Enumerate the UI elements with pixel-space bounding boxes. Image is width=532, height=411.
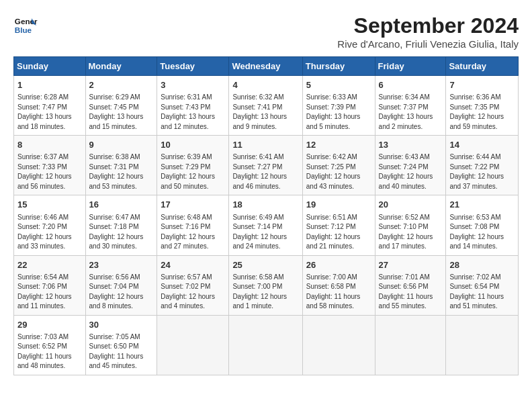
day-info: Sunrise: 7:01 AM Sunset: 6:56 PM Dayligh… bbox=[379, 273, 443, 312]
calendar-day-cell: 27Sunrise: 7:01 AM Sunset: 6:56 PM Dayli… bbox=[375, 255, 446, 315]
weekday-header-tuesday: Tuesday bbox=[157, 57, 229, 76]
day-info: Sunrise: 6:53 AM Sunset: 7:08 PM Dayligh… bbox=[449, 213, 515, 252]
day-number: 24 bbox=[161, 259, 225, 271]
day-info: Sunrise: 6:57 AM Sunset: 7:02 PM Dayligh… bbox=[161, 273, 225, 312]
calendar-day-cell: 6Sunrise: 6:34 AM Sunset: 7:37 PM Daylig… bbox=[375, 76, 446, 136]
day-number: 22 bbox=[17, 259, 82, 271]
calendar-day-cell bbox=[375, 315, 446, 375]
weekday-header-thursday: Thursday bbox=[302, 57, 375, 76]
calendar-day-cell: 30Sunrise: 7:05 AM Sunset: 6:50 PM Dayli… bbox=[85, 315, 157, 375]
calendar-week-row: 8Sunrise: 6:37 AM Sunset: 7:33 PM Daylig… bbox=[14, 136, 519, 195]
calendar-day-cell: 13Sunrise: 6:43 AM Sunset: 7:24 PM Dayli… bbox=[375, 136, 446, 195]
weekday-header-saturday: Saturday bbox=[446, 57, 519, 76]
day-number: 29 bbox=[17, 319, 82, 331]
day-info: Sunrise: 6:31 AM Sunset: 7:43 PM Dayligh… bbox=[161, 93, 225, 132]
day-info: Sunrise: 6:32 AM Sunset: 7:41 PM Dayligh… bbox=[232, 93, 298, 132]
day-info: Sunrise: 6:29 AM Sunset: 7:45 PM Dayligh… bbox=[89, 93, 154, 132]
day-number: 18 bbox=[232, 199, 298, 211]
day-number: 9 bbox=[89, 139, 154, 151]
day-info: Sunrise: 6:47 AM Sunset: 7:18 PM Dayligh… bbox=[89, 213, 154, 252]
day-info: Sunrise: 6:33 AM Sunset: 7:39 PM Dayligh… bbox=[306, 93, 371, 132]
day-number: 5 bbox=[306, 79, 371, 91]
day-number: 12 bbox=[306, 139, 371, 151]
calendar-table: SundayMondayTuesdayWednesdayThursdayFrid… bbox=[13, 56, 519, 375]
day-number: 19 bbox=[306, 199, 371, 211]
day-info: Sunrise: 7:03 AM Sunset: 6:52 PM Dayligh… bbox=[17, 332, 82, 371]
calendar-day-cell bbox=[446, 315, 519, 375]
calendar-day-cell: 10Sunrise: 6:39 AM Sunset: 7:29 PM Dayli… bbox=[157, 136, 229, 195]
day-info: Sunrise: 6:49 AM Sunset: 7:14 PM Dayligh… bbox=[232, 213, 298, 252]
svg-text:Blue: Blue bbox=[15, 26, 32, 34]
day-number: 1 bbox=[17, 79, 82, 91]
calendar-day-cell: 2Sunrise: 6:29 AM Sunset: 7:45 PM Daylig… bbox=[85, 76, 157, 136]
day-info: Sunrise: 6:41 AM Sunset: 7:27 PM Dayligh… bbox=[232, 152, 298, 191]
month-year: September 2024 bbox=[337, 13, 519, 38]
calendar-day-cell: 14Sunrise: 6:44 AM Sunset: 7:22 PM Dayli… bbox=[446, 136, 519, 195]
calendar-day-cell: 12Sunrise: 6:42 AM Sunset: 7:25 PM Dayli… bbox=[302, 136, 375, 195]
day-info: Sunrise: 6:39 AM Sunset: 7:29 PM Dayligh… bbox=[161, 152, 225, 191]
calendar-day-cell: 26Sunrise: 7:00 AM Sunset: 6:58 PM Dayli… bbox=[302, 255, 375, 315]
calendar-day-cell: 18Sunrise: 6:49 AM Sunset: 7:14 PM Dayli… bbox=[229, 195, 302, 255]
day-number: 7 bbox=[449, 79, 515, 91]
calendar-day-cell: 17Sunrise: 6:48 AM Sunset: 7:16 PM Dayli… bbox=[157, 195, 229, 255]
day-number: 20 bbox=[379, 199, 443, 211]
calendar-day-cell: 25Sunrise: 6:58 AM Sunset: 7:00 PM Dayli… bbox=[229, 255, 302, 315]
day-info: Sunrise: 7:05 AM Sunset: 6:50 PM Dayligh… bbox=[89, 332, 154, 371]
day-info: Sunrise: 6:43 AM Sunset: 7:24 PM Dayligh… bbox=[379, 152, 443, 191]
day-info: Sunrise: 6:42 AM Sunset: 7:25 PM Dayligh… bbox=[306, 152, 371, 191]
calendar-week-row: 15Sunrise: 6:46 AM Sunset: 7:20 PM Dayli… bbox=[14, 195, 519, 255]
day-info: Sunrise: 6:48 AM Sunset: 7:16 PM Dayligh… bbox=[161, 213, 225, 252]
day-number: 2 bbox=[89, 79, 154, 91]
day-info: Sunrise: 7:00 AM Sunset: 6:58 PM Dayligh… bbox=[306, 273, 371, 312]
calendar-day-cell: 9Sunrise: 6:38 AM Sunset: 7:31 PM Daylig… bbox=[85, 136, 157, 195]
day-number: 26 bbox=[306, 259, 371, 271]
day-info: Sunrise: 6:28 AM Sunset: 7:47 PM Dayligh… bbox=[17, 93, 82, 132]
calendar-day-cell: 21Sunrise: 6:53 AM Sunset: 7:08 PM Dayli… bbox=[446, 195, 519, 255]
calendar-day-cell: 5Sunrise: 6:33 AM Sunset: 7:39 PM Daylig… bbox=[302, 76, 375, 136]
weekday-header-monday: Monday bbox=[85, 57, 157, 76]
day-number: 30 bbox=[89, 319, 154, 331]
calendar-day-cell: 16Sunrise: 6:47 AM Sunset: 7:18 PM Dayli… bbox=[85, 195, 157, 255]
calendar-day-cell: 3Sunrise: 6:31 AM Sunset: 7:43 PM Daylig… bbox=[157, 76, 229, 136]
page-header: General Blue September 2024 Rive d'Arcan… bbox=[13, 13, 519, 50]
day-info: Sunrise: 6:37 AM Sunset: 7:33 PM Dayligh… bbox=[17, 152, 82, 191]
calendar-day-cell: 22Sunrise: 6:54 AM Sunset: 7:06 PM Dayli… bbox=[14, 255, 86, 315]
calendar-day-cell: 4Sunrise: 6:32 AM Sunset: 7:41 PM Daylig… bbox=[229, 76, 302, 136]
day-number: 27 bbox=[379, 259, 443, 271]
calendar-header-row: SundayMondayTuesdayWednesdayThursdayFrid… bbox=[14, 57, 519, 76]
day-number: 14 bbox=[449, 139, 515, 151]
day-info: Sunrise: 6:54 AM Sunset: 7:06 PM Dayligh… bbox=[17, 273, 82, 312]
day-number: 21 bbox=[449, 199, 515, 211]
logo-icon: General Blue bbox=[13, 13, 38, 38]
day-number: 3 bbox=[161, 79, 225, 91]
calendar-day-cell: 24Sunrise: 6:57 AM Sunset: 7:02 PM Dayli… bbox=[157, 255, 229, 315]
logo: General Blue bbox=[13, 13, 38, 38]
day-number: 15 bbox=[17, 199, 82, 211]
calendar-day-cell: 28Sunrise: 7:02 AM Sunset: 6:54 PM Dayli… bbox=[446, 255, 519, 315]
location: Rive d'Arcano, Friuli Venezia Giulia, It… bbox=[337, 38, 519, 50]
calendar-day-cell: 1Sunrise: 6:28 AM Sunset: 7:47 PM Daylig… bbox=[14, 76, 86, 136]
calendar-day-cell: 23Sunrise: 6:56 AM Sunset: 7:04 PM Dayli… bbox=[85, 255, 157, 315]
day-info: Sunrise: 6:36 AM Sunset: 7:35 PM Dayligh… bbox=[449, 93, 515, 132]
day-info: Sunrise: 6:58 AM Sunset: 7:00 PM Dayligh… bbox=[232, 273, 298, 312]
day-info: Sunrise: 6:46 AM Sunset: 7:20 PM Dayligh… bbox=[17, 213, 82, 252]
day-number: 13 bbox=[379, 139, 443, 151]
day-info: Sunrise: 6:44 AM Sunset: 7:22 PM Dayligh… bbox=[449, 152, 515, 191]
calendar-day-cell: 29Sunrise: 7:03 AM Sunset: 6:52 PM Dayli… bbox=[14, 315, 86, 375]
calendar-day-cell: 8Sunrise: 6:37 AM Sunset: 7:33 PM Daylig… bbox=[14, 136, 86, 195]
calendar-day-cell: 7Sunrise: 6:36 AM Sunset: 7:35 PM Daylig… bbox=[446, 76, 519, 136]
day-info: Sunrise: 6:34 AM Sunset: 7:37 PM Dayligh… bbox=[379, 93, 443, 132]
day-number: 17 bbox=[161, 199, 225, 211]
day-number: 6 bbox=[379, 79, 443, 91]
day-number: 8 bbox=[17, 139, 82, 151]
calendar-day-cell: 20Sunrise: 6:52 AM Sunset: 7:10 PM Dayli… bbox=[375, 195, 446, 255]
weekday-header-sunday: Sunday bbox=[14, 57, 86, 76]
calendar-day-cell bbox=[157, 315, 229, 375]
day-number: 16 bbox=[89, 199, 154, 211]
day-info: Sunrise: 6:38 AM Sunset: 7:31 PM Dayligh… bbox=[89, 152, 154, 191]
day-number: 10 bbox=[161, 139, 225, 151]
calendar-day-cell: 11Sunrise: 6:41 AM Sunset: 7:27 PM Dayli… bbox=[229, 136, 302, 195]
day-number: 4 bbox=[232, 79, 298, 91]
weekday-header-wednesday: Wednesday bbox=[229, 57, 302, 76]
day-info: Sunrise: 6:56 AM Sunset: 7:04 PM Dayligh… bbox=[89, 273, 154, 312]
